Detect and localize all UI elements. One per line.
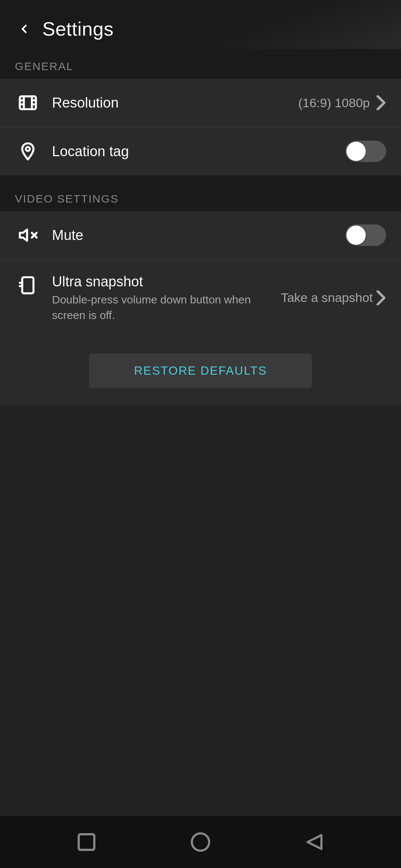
resolution-content: Resolution (52, 95, 298, 111)
phone-volume-icon (15, 272, 41, 298)
restore-defaults-container: RESTORE DEFAULTS (0, 336, 401, 406)
settings-header: Settings (0, 0, 401, 49)
location-tag-toggle-track (345, 141, 386, 162)
home-button[interactable] (186, 827, 215, 857)
ultra-snapshot-label: Ultra snapshot (52, 274, 281, 290)
main-content-area (0, 406, 401, 868)
ultra-snapshot-content: Ultra snapshot Double-press volume down … (52, 272, 281, 323)
mute-toggle-track (345, 224, 386, 246)
svg-marker-8 (20, 230, 27, 241)
mute-toggle[interactable] (345, 224, 386, 246)
ultra-snapshot-right[interactable]: Take a snapshot (281, 290, 386, 305)
mute-label: Mute (52, 227, 345, 243)
nav-bar (0, 816, 401, 868)
resolution-chevron-icon (376, 98, 386, 108)
location-tag-toggle[interactable] (345, 141, 386, 162)
ultra-snapshot-item[interactable]: Ultra snapshot Double-press volume down … (0, 259, 401, 336)
location-tag-toggle-thumb (346, 142, 366, 161)
svg-rect-14 (79, 834, 94, 850)
location-tag-content: Location tag (52, 144, 345, 160)
ultra-snapshot-action-label: Take a snapshot (281, 290, 373, 305)
section-divider-1 (0, 175, 401, 181)
resolution-item[interactable]: Resolution (16:9) 1080p (0, 79, 401, 127)
mute-icon (15, 222, 41, 248)
resolution-value: (16:9) 1080p (298, 96, 370, 110)
mute-content: Mute (52, 227, 345, 243)
svg-point-7 (26, 147, 30, 151)
ultra-snapshot-sublabel: Double-press volume down button when scr… (52, 292, 281, 323)
svg-rect-0 (20, 96, 36, 109)
location-tag-item[interactable]: Location tag (0, 127, 401, 175)
location-icon (15, 138, 41, 164)
resolution-right: (16:9) 1080p (298, 96, 386, 110)
mute-item[interactable]: Mute (0, 211, 401, 259)
location-tag-label: Location tag (52, 144, 345, 160)
resolution-label: Resolution (52, 95, 298, 111)
svg-point-15 (192, 834, 209, 851)
film-icon (15, 90, 41, 116)
ultra-snapshot-chevron-icon (376, 293, 386, 303)
page-title: Settings (42, 18, 114, 40)
recent-apps-button[interactable] (72, 827, 101, 857)
svg-rect-11 (22, 277, 33, 293)
video-settings-section-label: VIDEO SETTINGS (0, 181, 401, 211)
restore-defaults-label: RESTORE DEFAULTS (134, 364, 267, 378)
back-button[interactable] (15, 20, 33, 38)
back-nav-button[interactable] (300, 827, 329, 857)
general-section-label: GENERAL (0, 49, 401, 79)
location-tag-right[interactable] (345, 141, 386, 162)
restore-defaults-button[interactable]: RESTORE DEFAULTS (89, 354, 312, 388)
mute-right[interactable] (345, 224, 386, 246)
mute-toggle-thumb (346, 226, 366, 245)
